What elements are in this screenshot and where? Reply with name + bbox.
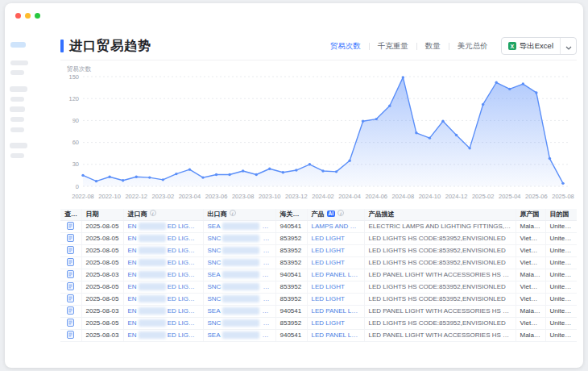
view-cell	[60, 293, 81, 305]
hs-code-cell: 853952	[275, 281, 307, 293]
sidebar-item[interactable]	[10, 70, 24, 75]
column-header-2: 日期	[81, 209, 123, 220]
product-cell[interactable]: LED LIGHT	[307, 293, 364, 305]
product-cell[interactable]: LED PANEL LIGHT	[307, 269, 364, 281]
svg-text:2024-12: 2024-12	[445, 193, 468, 200]
svg-text:2024-10: 2024-10	[419, 193, 441, 200]
sidebar-item[interactable]	[10, 97, 24, 102]
product-cell[interactable]: LED PANEL LIGHT	[307, 329, 364, 341]
view-detail-icon[interactable]	[67, 319, 74, 328]
exporter-cell[interactable]: SNCV C...	[203, 244, 275, 256]
product-cell[interactable]: LED LIGHT	[307, 256, 364, 269]
company-name-prefix: SEA	[208, 223, 221, 230]
date-cell: 2025-08-03	[81, 305, 123, 317]
description-cell: LED LIGHTS HS CODE:853952,ENVISIONLED	[364, 232, 516, 244]
metric-tab-4[interactable]: 美元总价	[456, 41, 490, 52]
company-name-prefix: SEA	[208, 307, 221, 315]
exporter-cell[interactable]: SNCV C...	[203, 281, 275, 293]
importer-cell[interactable]: ENED LIGHTING INC	[123, 256, 203, 269]
exporter-cell[interactable]: SNCV C...	[203, 317, 275, 329]
view-cell	[60, 329, 81, 341]
sidebar-item[interactable]	[10, 153, 24, 158]
product-cell[interactable]: LED LIGHT	[307, 281, 364, 293]
sidebar-item-active[interactable]	[10, 42, 26, 48]
exporter-cell[interactable]: SEAN BHD	[203, 305, 275, 317]
company-name-prefix: SNC	[208, 259, 222, 266]
importer-cell[interactable]: ENED LIGHTING INC	[123, 317, 203, 329]
hs-code-cell: 853952	[275, 232, 307, 244]
redacted-text	[139, 223, 166, 230]
sidebar-item[interactable]	[10, 127, 24, 132]
table-row: 2025-08-05ENED LIGHTING INCSNCV C...8539…	[60, 232, 577, 244]
company-name-suffix: ED LIGHTING INC	[168, 223, 203, 230]
company-name-prefix: SEA	[208, 271, 221, 278]
importer-cell[interactable]: ENED LIGHTING INC	[123, 232, 203, 244]
view-detail-icon[interactable]	[67, 234, 74, 244]
info-icon[interactable]: i	[230, 210, 236, 216]
svg-text:60: 60	[72, 139, 79, 146]
export-dropdown-button[interactable]	[560, 38, 576, 54]
view-cell	[60, 317, 81, 329]
exporter-cell[interactable]: SEAN BHD	[203, 269, 275, 281]
importer-cell[interactable]: ENED LIGHTING INC	[123, 305, 203, 317]
importer-cell[interactable]: ENED LIGHTING INC	[123, 220, 203, 232]
date-cell: 2025-08-05	[81, 220, 123, 232]
origin-country-cell: Vietnam	[516, 244, 545, 256]
view-cell	[60, 256, 81, 269]
view-cell	[60, 220, 81, 232]
product-cell[interactable]: LED LIGHT	[307, 317, 364, 329]
view-detail-icon[interactable]	[67, 306, 74, 316]
page-title: 进口贸易趋势	[69, 38, 151, 55]
metric-tab-3[interactable]: 数量	[424, 41, 442, 52]
svg-text:30: 30	[72, 160, 79, 168]
redacted-text	[222, 283, 259, 290]
destination-country-cell: United St...	[545, 305, 577, 317]
sidebar-item[interactable]	[10, 143, 27, 148]
exporter-cell[interactable]: SNCV C...	[203, 293, 275, 305]
sidebar-item[interactable]	[10, 60, 28, 65]
window-minimize-button[interactable]	[25, 13, 31, 19]
exporter-cell[interactable]: SNCV C...	[203, 256, 275, 269]
exporter-cell[interactable]: SEAN BHD	[203, 220, 275, 232]
description-cell: LED LIGHTS HS CODE:853952,ENVISIONLED	[364, 244, 516, 256]
importer-cell[interactable]: ENED LIGHTING INC	[123, 281, 203, 293]
product-cell[interactable]: LED LIGHT	[307, 232, 364, 244]
column-header-label: 产品	[312, 211, 325, 218]
svg-text:2025-04: 2025-04	[499, 193, 521, 200]
importer-cell[interactable]: ENED LIGHTING INC	[123, 269, 203, 281]
export-excel-button[interactable]: X 导出Excel	[502, 38, 560, 54]
product-cell[interactable]: LAMPS AND LIGHTIN...	[307, 220, 364, 232]
product-cell[interactable]: LED LIGHT	[307, 244, 364, 256]
redacted-text	[222, 247, 259, 254]
tab-separator	[449, 43, 449, 50]
view-detail-icon[interactable]	[67, 222, 74, 231]
view-detail-icon[interactable]	[67, 246, 74, 256]
metric-tab-1[interactable]: 贸易次数	[329, 41, 362, 52]
window-close-button[interactable]	[15, 13, 21, 19]
info-icon[interactable]: i	[150, 210, 156, 216]
importer-cell[interactable]: ENED LIGHTING INC	[123, 293, 203, 305]
importer-cell[interactable]: ENED LIGHTING INC	[123, 329, 203, 341]
sidebar-item[interactable]	[10, 106, 25, 112]
column-header-5: 海关编码	[275, 209, 307, 220]
info-icon[interactable]: i	[337, 210, 344, 216]
table-row: 2025-08-05ENED LIGHTING INCSNCV C...8539…	[60, 293, 577, 305]
view-detail-icon[interactable]	[67, 282, 74, 292]
view-cell	[60, 305, 81, 317]
svg-text:2024-06: 2024-06	[365, 193, 387, 200]
view-detail-icon[interactable]	[67, 258, 74, 268]
sidebar-item[interactable]	[10, 86, 27, 92]
view-detail-icon[interactable]	[67, 270, 74, 280]
hs-code-cell: 853952	[275, 256, 307, 269]
svg-text:2022-12: 2022-12	[125, 193, 147, 200]
importer-cell[interactable]: ENED LIGHTING INC	[123, 244, 203, 256]
view-detail-icon[interactable]	[67, 331, 74, 340]
sidebar-item[interactable]	[10, 117, 24, 122]
exporter-cell[interactable]: SEAN BHD	[203, 329, 275, 341]
exporter-cell[interactable]: SNCV C...	[203, 232, 275, 244]
window-zoom-button[interactable]	[35, 13, 40, 19]
view-detail-icon[interactable]	[67, 294, 74, 304]
metric-tab-2[interactable]: 千克重量	[376, 41, 410, 52]
product-cell[interactable]: LED PANEL LIGHT	[307, 305, 364, 317]
origin-country-cell: Malaysia	[516, 269, 545, 281]
